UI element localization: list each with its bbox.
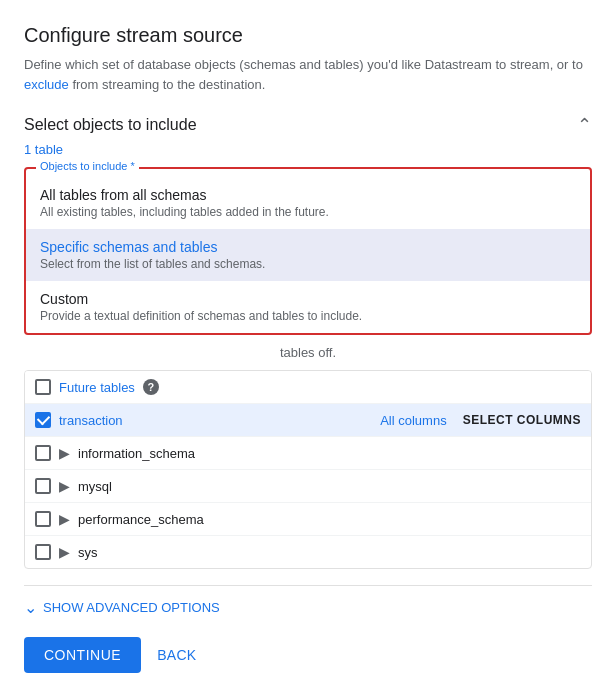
table-row: ▶ information_schema: [25, 437, 591, 470]
select-columns-button[interactable]: SELECT COLUMNS: [463, 413, 581, 427]
description-part1: Define which set of database objects (sc…: [24, 57, 583, 72]
sys-checkbox[interactable]: [35, 544, 51, 560]
table-list: Future tables ? transaction All columns …: [24, 370, 592, 569]
option-desc-all-tables: All existing tables, including tables ad…: [40, 205, 576, 219]
future-tables-checkbox[interactable]: [35, 379, 51, 395]
page-title: Configure stream source: [24, 24, 592, 47]
back-button[interactable]: BACK: [157, 647, 196, 663]
mysql-name: mysql: [78, 479, 581, 494]
option-title-all-tables: All tables from all schemas: [40, 187, 576, 203]
expand-icon[interactable]: ▶: [59, 445, 70, 461]
section-header: Select objects to include ⌃: [24, 114, 592, 136]
all-columns-label: All columns: [380, 413, 446, 428]
advanced-options-label: SHOW ADVANCED OPTIONS: [43, 600, 220, 615]
sys-name: sys: [78, 545, 581, 560]
chevron-down-icon: ⌄: [24, 598, 37, 617]
dropdown-options-list: All tables from all schemas All existing…: [26, 169, 590, 333]
option-title-specific-schemas: Specific schemas and tables: [40, 239, 576, 255]
action-buttons: CONTINUE BACK: [24, 637, 592, 673]
description: Define which set of database objects (sc…: [24, 55, 592, 94]
dropdown-label: Objects to include *: [36, 160, 139, 172]
transaction-checkbox[interactable]: [35, 412, 51, 428]
mysql-checkbox[interactable]: [35, 478, 51, 494]
table-row: ▶ performance_schema: [25, 503, 591, 536]
information-schema-checkbox[interactable]: [35, 445, 51, 461]
tables-off-text: tables off.: [24, 345, 592, 360]
expand-icon[interactable]: ▶: [59, 511, 70, 527]
table-row: ▶ mysql: [25, 470, 591, 503]
show-advanced-options[interactable]: ⌄ SHOW ADVANCED OPTIONS: [24, 598, 592, 617]
information-schema-name: information_schema: [78, 446, 581, 461]
option-all-tables[interactable]: All tables from all schemas All existing…: [26, 177, 590, 229]
collapse-icon[interactable]: ⌃: [577, 114, 592, 136]
option-custom[interactable]: Custom Provide a textual definition of s…: [26, 281, 590, 333]
performance-schema-checkbox[interactable]: [35, 511, 51, 527]
section-title: Select objects to include: [24, 116, 197, 134]
description-part2: from streaming to the destination.: [69, 77, 266, 92]
option-desc-custom: Provide a textual definition of schemas …: [40, 309, 576, 323]
option-title-custom: Custom: [40, 291, 576, 307]
expand-icon[interactable]: ▶: [59, 478, 70, 494]
help-icon[interactable]: ?: [143, 379, 159, 395]
option-desc-specific-schemas: Select from the list of tables and schem…: [40, 257, 576, 271]
transaction-name: transaction: [59, 413, 372, 428]
table-row: Future tables ?: [25, 371, 591, 404]
expand-icon[interactable]: ▶: [59, 544, 70, 560]
option-specific-schemas[interactable]: Specific schemas and tables Select from …: [26, 229, 590, 281]
continue-button[interactable]: CONTINUE: [24, 637, 141, 673]
table-row: transaction All columns SELECT COLUMNS: [25, 404, 591, 437]
future-tables-label: Future tables: [59, 380, 135, 395]
divider: [24, 585, 592, 586]
performance-schema-name: performance_schema: [78, 512, 581, 527]
objects-to-include-dropdown[interactable]: Objects to include * All tables from all…: [24, 167, 592, 335]
exclude-link[interactable]: exclude: [24, 77, 69, 92]
table-row: ▶ sys: [25, 536, 591, 568]
table-count: 1 table: [24, 142, 592, 157]
